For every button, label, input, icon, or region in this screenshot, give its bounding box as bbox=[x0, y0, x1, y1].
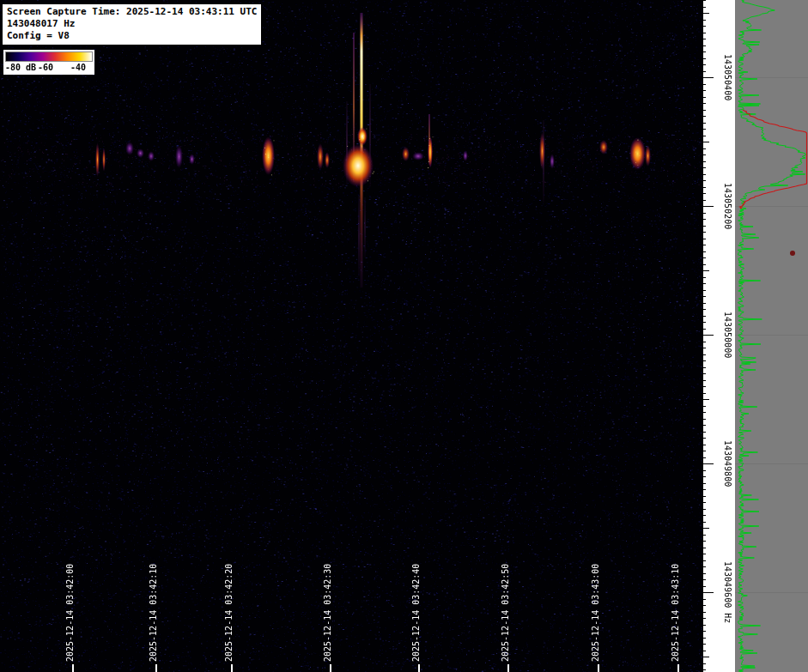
spectrum-canvas bbox=[735, 0, 808, 672]
frequency-axis-label: 143050200 bbox=[723, 183, 732, 229]
screen-capture: 2025-12-14 03:42:002025-12-14 03:42:1020… bbox=[0, 0, 808, 672]
receiver-frequency-text: 143048017 Hz bbox=[7, 18, 257, 30]
spectrogram-canvas bbox=[0, 0, 702, 672]
colorbar-labels: -80 dB -60 -40 bbox=[5, 62, 93, 73]
colorbar-gradient bbox=[5, 51, 93, 62]
colorbar-label-max: -40 bbox=[70, 63, 86, 72]
frequency-axis-label: 143049800 bbox=[723, 440, 732, 487]
config-text: Config = V8 bbox=[7, 30, 257, 42]
frequency-axis-label: 143050000 bbox=[723, 312, 732, 358]
spectrum-panel bbox=[735, 0, 808, 672]
capture-time-text: Screen Capture Time: 2025-12-14 03:43:11… bbox=[7, 6, 257, 18]
colorbar-label-mid: -60 bbox=[38, 63, 53, 72]
info-box: Screen Capture Time: 2025-12-14 03:43:11… bbox=[2, 3, 262, 45]
frequency-axis-label: 143050400 bbox=[723, 54, 732, 100]
colorbar: -80 dB -60 -40 bbox=[3, 50, 94, 75]
colorbar-label-min: -80 dB bbox=[5, 63, 36, 72]
frequency-axis-label: 143049600 Hz bbox=[723, 561, 732, 623]
frequency-ruler: 1430504001430502001430500001430498001430… bbox=[702, 0, 735, 672]
